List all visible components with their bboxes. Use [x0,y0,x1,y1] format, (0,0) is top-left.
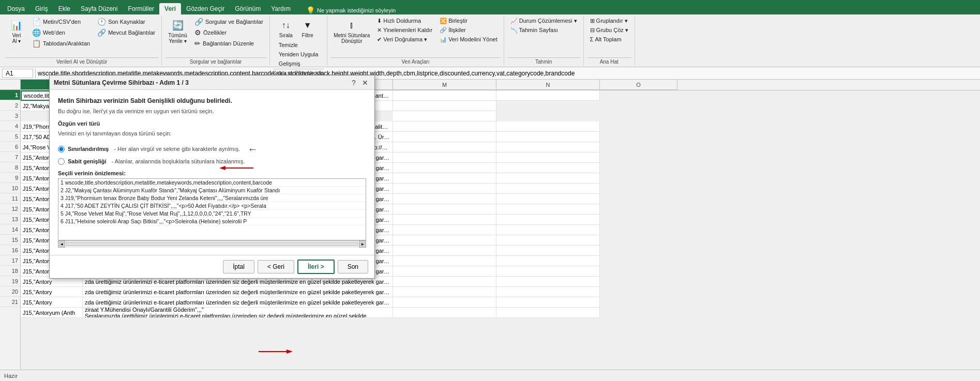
veri-dogrulama-button[interactable]: ✔ Veri Doğrulama ▾ [374,35,435,44]
row-header-19[interactable]: 19 [0,276,20,286]
cell-n-13[interactable] [496,225,600,235]
cell-n-17[interactable] [496,266,600,277]
veri-modeli-button[interactable]: 📊 Veri Modelini Yönet [436,35,501,44]
web-button[interactable]: 🌐 Web'den [29,27,93,38]
row-header-20[interactable]: 20 [0,286,20,297]
finish-button[interactable]: Son [338,260,368,273]
cell-m-15[interactable] [393,246,496,256]
ozellikler-button[interactable]: ⚙ Özellikler [191,27,266,38]
cell-n-8[interactable] [496,173,600,184]
tab-veri[interactable]: Veri [159,3,181,14]
cancel-button[interactable]: İptal [223,260,254,273]
cell-n-15[interactable] [496,246,600,256]
row-header-14[interactable]: 14 [0,224,20,235]
col-header-o[interactable]: O [600,80,677,90]
cell-n-9[interactable] [496,184,600,194]
cell-m-5[interactable] [393,142,496,153]
row-header-3[interactable]: 3 [0,111,20,121]
col-header-m[interactable]: M [393,80,496,90]
cell-n-18[interactable] [496,277,600,287]
alt-toplam-button[interactable]: Σ Alt Toplam [587,35,631,43]
cell-n-5[interactable] [496,142,600,153]
hızlı-doldurma-button[interactable]: ⬇ Hızlı Doldurma [374,17,435,25]
tab-sayfa-duzeni[interactable]: Sayfa Düzeni [76,3,123,14]
tab-yardim[interactable]: Yardım [266,3,296,14]
row-header-7[interactable]: 7 [0,152,20,162]
row-header-11[interactable]: 11 [0,193,20,204]
sorgular-baglantılar-button[interactable]: 🔗 Sorgular ve Bağlantılar [191,17,266,27]
dialog-close-button[interactable]: ✕ [360,78,370,88]
next-button[interactable]: İleri > [297,260,335,274]
cell-m-11[interactable] [393,204,496,215]
grubu-coz-button[interactable]: ⊟ Grubu Çöz ▾ [587,26,631,35]
radio-sabit-genislik-input[interactable] [58,158,65,165]
cell-n-1[interactable] [496,90,600,101]
cell-n-4[interactable] [496,132,600,142]
cell-m-12[interactable] [393,215,496,225]
metin-csv-button[interactable]: 📄 Metin/CSV'den [29,17,93,27]
gruplandır-button[interactable]: ⊞ Gruplandır ▾ [587,17,631,25]
cell-m-8[interactable] [393,173,496,184]
row-header-5[interactable]: 5 [0,131,20,142]
cell-m-1[interactable] [393,90,496,101]
cell-m-7[interactable] [393,163,496,173]
yeniden-uygula-button[interactable]: Yeniden Uygula [276,50,322,58]
veri-al-button[interactable]: 📊 Veri Al ▾ [5,17,28,45]
preview-scroll-left[interactable]: ◂ [58,240,65,248]
tablodan-button[interactable]: 📋 Tablodan/Aralıktan [29,38,93,49]
cell-m-18[interactable] [393,277,496,287]
cell-m-3[interactable] [393,121,496,132]
row-header-9[interactable]: 9 [0,173,20,183]
cell-m-16[interactable] [393,256,496,266]
mevcut-baglantılar-button[interactable]: 🔗 Mevcut Bağlantılar [94,27,158,38]
radio-sinirlandirilmis-label[interactable]: Sınırlandırılmış [68,146,109,152]
cell-n-3[interactable] [496,121,600,132]
tab-formuller[interactable]: Formüller [123,3,159,14]
tab-dosya[interactable]: Dosya [2,3,30,14]
cell-l-20[interactable]: zda ürettiğimiz ürünlerimizi e-ticaret p… [83,297,393,308]
cell-n-16[interactable] [496,256,600,266]
cell-m-20[interactable] [393,297,496,308]
cell-l-21[interactable]: ziraat Y.Mühendisi Onaylı/Garantili Göde… [83,308,393,318]
tab-gozden-gecir[interactable]: Gözden Geçir [181,3,230,14]
preview-scrollbar-track[interactable] [66,242,358,246]
dialog-help-button[interactable]: ? [349,78,359,88]
cell-n-6[interactable] [496,153,600,163]
cell-m-13[interactable] [393,225,496,235]
cell-n-19[interactable] [496,287,600,297]
cell-n-7[interactable] [496,163,600,173]
yinelenenleri-kaldir-button[interactable]: ✕ Yinelenenleri Kaldır [374,26,435,35]
row-header-17[interactable]: 17 [0,255,20,266]
row-header-4[interactable]: 4 [0,121,20,131]
temizle-button[interactable]: Temizle [276,41,301,49]
cell-n-2[interactable] [393,111,496,121]
cell-m-21[interactable] [393,308,496,318]
row-header-10[interactable]: 10 [0,183,20,193]
row-header-2[interactable]: 2 [0,100,20,111]
cell-n-14[interactable] [496,235,600,246]
cell-a-20[interactable]: J15,"Antory [21,297,83,308]
preview-scroll-right[interactable]: ▸ [359,240,366,248]
tümünu-yenile-button[interactable]: 🔄 Tümünü Yenile ▾ [165,17,190,45]
name-box[interactable] [2,69,33,78]
row-header-1[interactable]: 1 [0,90,20,100]
cell-n-11[interactable] [496,204,600,215]
son-kaynaklar-button[interactable]: 🕐 Son Kaynaklar [94,17,158,27]
cell-n-10[interactable] [496,194,600,204]
cell-a-19[interactable]: J15,"Antory [21,287,83,297]
cell-m-9[interactable] [393,184,496,194]
cell-a-21[interactable]: J15,"Antoryum (Anth [21,308,83,318]
cell-m-17[interactable] [393,266,496,277]
row-header-6[interactable]: 6 [0,142,20,152]
cell-n-12[interactable] [496,215,600,225]
cell-m-10[interactable] [393,194,496,204]
sirala-button[interactable]: ↑↓ Sırala [276,17,296,40]
row-header-18[interactable]: 18 [0,266,20,276]
tahmin-sayfası-button[interactable]: 📉 Tahmin Sayfası [507,26,580,35]
cell-m-19[interactable] [393,287,496,297]
birlestir-button[interactable]: 🔀 Birleştir [436,17,501,25]
cell-n-21[interactable] [496,308,600,318]
durum-cozumlemesi-button[interactable]: 📈 Durum Çözümlemesi ▾ [507,17,580,25]
tab-giris[interactable]: Giriş [30,3,53,14]
row-header-13[interactable]: 13 [0,214,20,224]
